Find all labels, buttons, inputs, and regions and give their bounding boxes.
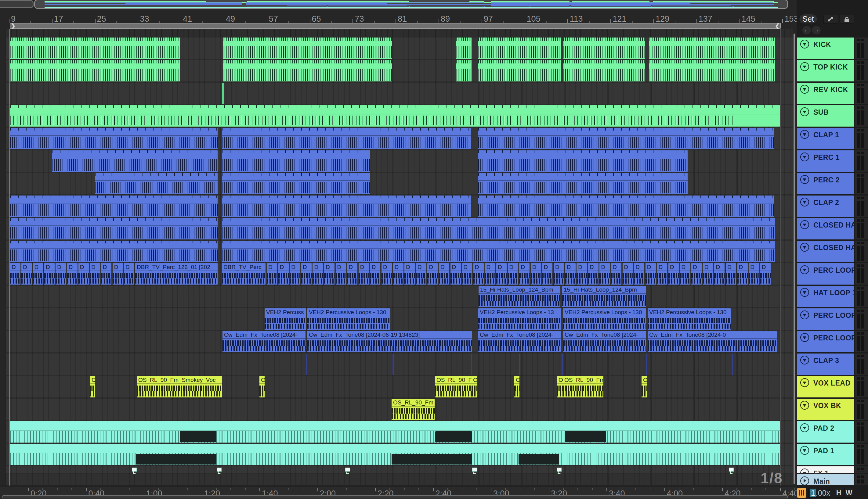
arrangement-lane-pad-1[interactable] (5, 444, 793, 465)
track-header-kick[interactable]: KICK (797, 37, 854, 59)
clip-veh2-percuss[interactable]: VEH2 Percuss (265, 308, 306, 330)
clip-d[interactable]: D (611, 263, 621, 284)
clip-d[interactable]: D (10, 263, 21, 284)
clip-d[interactable]: D (519, 263, 530, 284)
clip-d[interactable]: D (79, 263, 89, 284)
clip-d[interactable]: D (588, 263, 598, 284)
clip-veh2-percussive-loops-130[interactable]: VEH2 Percussive Loops - 130 (563, 308, 646, 330)
clip[interactable] (478, 195, 774, 217)
arrangement-lane-perc-1[interactable] (5, 150, 793, 172)
clip[interactable] (10, 105, 780, 126)
clip-dbr-tv-perc-126-01-202[interactable]: DBR_TV_Perc_126_01 [202 (135, 263, 218, 284)
clip-os-rl-90-fm[interactable]: OS_RL_90_Fm (563, 376, 603, 398)
clip-d[interactable]: D (496, 263, 507, 284)
clip-d[interactable]: D (451, 263, 461, 284)
fold-track-icon[interactable] (800, 62, 809, 71)
track-header-vox-lead[interactable]: VOX LEAD (797, 376, 854, 398)
fold-track-icon[interactable] (800, 107, 809, 116)
clip-veh2-percussive-loops-13[interactable]: VEH2 Percussive Loops - 13 (478, 308, 561, 330)
clip[interactable] (10, 421, 780, 442)
clip[interactable] (345, 467, 350, 472)
track-header-perc-1[interactable]: PERC 1 (797, 150, 854, 172)
clip[interactable] (456, 37, 472, 59)
fold-track-icon[interactable] (800, 356, 809, 365)
clip[interactable] (10, 241, 218, 262)
clip[interactable] (222, 128, 471, 149)
clip-d[interactable]: D (290, 263, 300, 284)
forward-arrow-button[interactable]: → (812, 26, 821, 35)
clip[interactable] (478, 37, 561, 59)
clip-d[interactable]: D (737, 263, 748, 284)
clip-d[interactable]: D (657, 263, 667, 284)
clip-d[interactable]: D (44, 263, 55, 284)
arrangement-lane-clap-2[interactable] (5, 195, 793, 217)
clip-d[interactable]: D (462, 263, 472, 284)
clip-d[interactable]: D (691, 263, 702, 284)
fold-track-icon[interactable] (800, 423, 809, 432)
loop-brace[interactable]: ❯ ❮ (10, 23, 781, 29)
clip-d[interactable]: D (668, 263, 679, 284)
clip-d[interactable]: D (21, 263, 32, 284)
clip[interactable] (95, 173, 218, 194)
clip-o[interactable]: O (259, 376, 265, 398)
clip[interactable] (10, 128, 218, 149)
clip-d[interactable]: D (301, 263, 312, 284)
clip-d[interactable]: D (576, 263, 587, 284)
lock-button[interactable] (840, 15, 854, 24)
track-header-closed-hat[interactable]: CLOSED HAT (797, 218, 854, 240)
arrangement-lane-pad-2[interactable] (5, 421, 793, 442)
clip-os-rl-90-fm-smokey-voc[interactable]: OS_RL_90_Fm_Smokey_Voc (137, 376, 222, 398)
fold-track-icon[interactable] (800, 40, 809, 49)
arrangement-lane-perc-loop-1[interactable]: DDDDDDDDDDDDBR_TV_Perc_126_01 [202DBR_TV… (5, 263, 793, 284)
clip-d[interactable]: D (645, 263, 656, 284)
clip-d[interactable]: D (439, 263, 449, 284)
clip-d[interactable]: D (634, 263, 644, 284)
clip-d[interactable]: D (393, 263, 404, 284)
clip-d[interactable]: D (714, 263, 725, 284)
clip-15-hi-hats-loop-124-bpm[interactable]: 15_Hi-Hats_Loop_124_Bpm (562, 286, 646, 307)
fold-track-icon[interactable] (800, 288, 809, 297)
clip[interactable] (217, 467, 222, 472)
clip[interactable] (10, 195, 218, 217)
clip-d[interactable]: D (473, 263, 484, 284)
vertical-scrollbar[interactable] (794, 34, 795, 484)
track-header-fx-1[interactable]: FX 1 (797, 466, 854, 473)
clip-d[interactable]: D (416, 263, 426, 284)
bar-ruler[interactable]: 9172533414957657381899710511312112913714… (0, 9, 797, 24)
back-arrow-button[interactable]: ← (802, 26, 811, 35)
clip[interactable] (222, 241, 775, 262)
arrangement-lane-kick[interactable] (5, 37, 793, 59)
clip-os-rl-90-fm[interactable]: OS_RL_90_Fm (392, 399, 435, 420)
set-button[interactable]: Set (799, 14, 817, 24)
arrangement-lane-rev-kick[interactable] (5, 83, 793, 104)
arrangement-lane-closed-hat[interactable] (5, 218, 793, 240)
clip[interactable] (646, 353, 647, 375)
clip[interactable] (132, 467, 137, 472)
clip-d[interactable]: D (336, 263, 346, 284)
playback-speed-box[interactable]: 1.00x (808, 488, 830, 498)
fold-track-icon[interactable] (800, 401, 809, 410)
clip-d[interactable]: D (508, 263, 518, 284)
track-header-perc-loop-2[interactable]: PERC LOOP 2 (797, 308, 854, 330)
clip[interactable] (729, 467, 734, 472)
clip-d[interactable]: D (33, 263, 43, 284)
track-header-clap-3[interactable]: CLAP 3 (797, 353, 854, 375)
clip[interactable] (223, 37, 392, 59)
fold-track-icon[interactable] (800, 130, 809, 139)
clip[interactable] (306, 353, 307, 375)
clip-cw-edm-fx-tone08-2024-0[interactable]: Cw_Edm_Fx_Tone08 [2024-0 (647, 331, 777, 352)
arrangement-lane-top-kick[interactable] (5, 60, 793, 82)
clip-d[interactable]: D (726, 263, 736, 284)
clip[interactable] (478, 128, 774, 149)
fold-track-icon[interactable] (800, 220, 809, 229)
clip-d[interactable]: D (56, 263, 66, 284)
track-header-perc-2[interactable]: PERC 2 (797, 173, 854, 194)
track-header-hat-loop-1[interactable]: HAT LOOP 1 (797, 286, 854, 307)
track-header-rev-kick[interactable]: REV KICK (797, 83, 854, 104)
clip-d[interactable]: D (531, 263, 541, 284)
track-header-clap-1[interactable]: CLAP 1 (797, 128, 854, 149)
clip[interactable] (732, 353, 733, 375)
clip[interactable] (649, 37, 775, 59)
clip-d[interactable]: D (324, 263, 334, 284)
fold-track-icon[interactable] (800, 378, 809, 387)
